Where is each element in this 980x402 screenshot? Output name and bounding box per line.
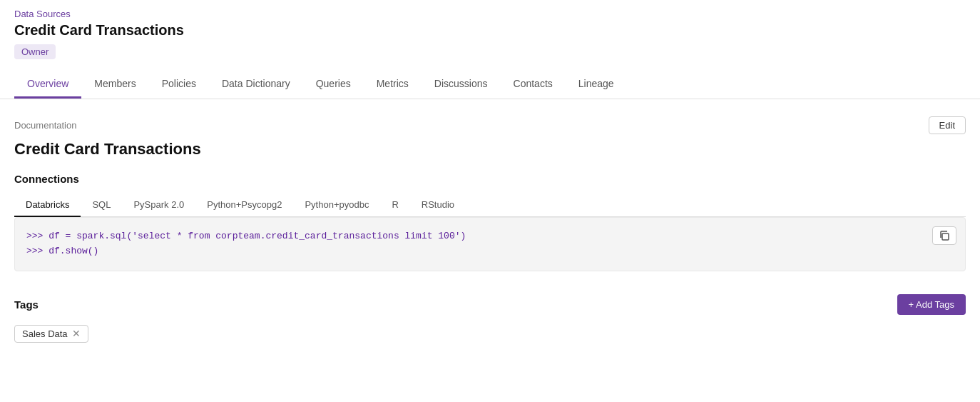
tags-list: Sales Data ✕ <box>14 325 966 343</box>
breadcrumb[interactable]: Data Sources <box>14 9 966 19</box>
tag-chip-sales-data: Sales Data ✕ <box>14 325 88 343</box>
conn-tab-r[interactable]: R <box>380 194 409 217</box>
connections-tabs: Databricks SQL PySpark 2.0 Python+Psycop… <box>14 194 966 217</box>
edit-button[interactable]: Edit <box>929 116 966 134</box>
conn-tab-rstudio[interactable]: RStudio <box>410 194 466 217</box>
tag-label: Sales Data <box>22 328 68 339</box>
tab-members[interactable]: Members <box>81 71 148 99</box>
tag-close-button[interactable]: ✕ <box>72 328 81 338</box>
code-line-1: >>> df = spark.sql('select * from corpte… <box>26 229 954 244</box>
documentation-section-label: Documentation <box>14 120 76 131</box>
doc-title: Credit Card Transactions <box>14 140 966 159</box>
tab-overview[interactable]: Overview <box>14 71 81 99</box>
conn-tab-python-psycopg2[interactable]: Python+Psycopg2 <box>195 194 293 217</box>
conn-tab-databricks[interactable]: Databricks <box>14 194 81 217</box>
tab-policies[interactable]: Policies <box>149 71 209 99</box>
copy-button[interactable] <box>932 226 956 245</box>
add-tags-button[interactable]: + Add Tags <box>897 294 966 315</box>
conn-tab-pyspark[interactable]: PySpark 2.0 <box>122 194 195 217</box>
code-line-2: >>> df.show() <box>26 244 954 259</box>
owner-badge: Owner <box>14 44 56 59</box>
main-nav: Overview Members Policies Data Dictionar… <box>14 71 966 99</box>
conn-tab-sql[interactable]: SQL <box>81 194 122 217</box>
conn-tab-python-pyodbc[interactable]: Python+pyodbc <box>293 194 380 217</box>
tab-data-dictionary[interactable]: Data Dictionary <box>209 71 303 99</box>
copy-icon <box>939 230 950 241</box>
tab-metrics[interactable]: Metrics <box>364 71 422 99</box>
tab-discussions[interactable]: Discussions <box>422 71 501 99</box>
tab-contacts[interactable]: Contacts <box>501 71 566 99</box>
tags-label: Tags <box>14 298 39 311</box>
tab-lineage[interactable]: Lineage <box>566 71 627 99</box>
page-title: Credit Card Transactions <box>14 22 966 39</box>
svg-rect-0 <box>942 233 949 240</box>
connections-label: Connections <box>14 173 966 185</box>
tab-queries[interactable]: Queries <box>303 71 364 99</box>
code-block: >>> df = spark.sql('select * from corpte… <box>14 217 966 271</box>
